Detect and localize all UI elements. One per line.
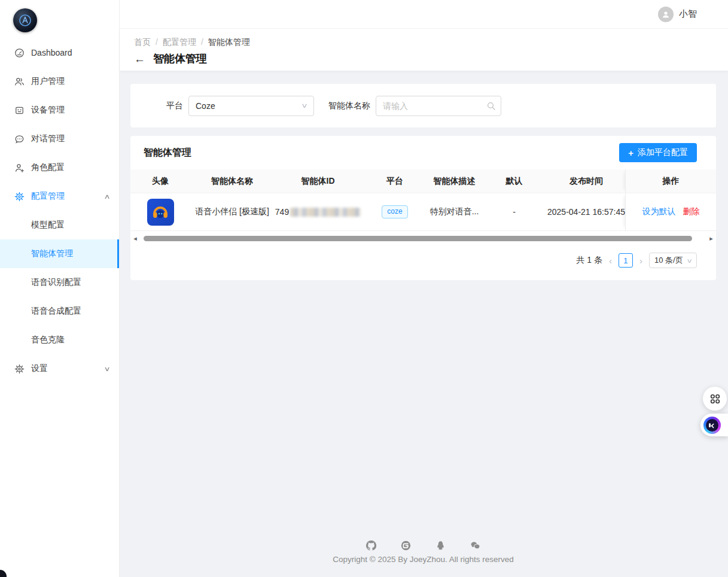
sidebar-subitem-tts-config[interactable]: 语音合成配置 [0, 297, 119, 326]
search-icon[interactable] [486, 101, 496, 111]
agent-name-label: 智能体名称 [328, 101, 370, 111]
user-add-icon [14, 163, 25, 173]
sidebar-item-label: Dashboard [31, 48, 109, 57]
agent-name-input[interactable] [376, 96, 501, 116]
platform-tag: coze [382, 205, 407, 218]
logo-icon [13, 8, 37, 32]
cell-id: 749 [274, 193, 362, 230]
table-card-title: 智能体管理 [144, 147, 191, 159]
platform-select-value: Coze [196, 101, 302, 111]
sidebar-item-user-management[interactable]: 用户管理 [0, 67, 119, 96]
chevron-up-icon: ∧ [103, 193, 110, 201]
column-header-default: 默认 [481, 169, 547, 193]
sidebar-item-config-management[interactable]: 配置管理 ∧ [0, 182, 119, 211]
agent-id-prefix: 749 [275, 207, 289, 217]
horizontal-scrollbar: ◂ ▸ [132, 233, 715, 243]
scroll-left-icon[interactable]: ◂ [132, 235, 139, 242]
delete-link[interactable]: 删除 [683, 206, 700, 217]
column-header-platform: 平台 [362, 169, 428, 193]
sidebar-item-settings[interactable]: 设置 ∨ [0, 354, 119, 383]
redacted-id-blur [290, 208, 361, 217]
apps-grid-icon [710, 394, 720, 404]
user-name[interactable]: 小智 [679, 8, 697, 20]
sidebar-item-label: 设置 [31, 363, 105, 374]
breadcrumb-separator: / [156, 37, 158, 48]
app-logo[interactable] [0, 0, 119, 38]
breadcrumb-config-management[interactable]: 配置管理 [163, 37, 196, 48]
main-area: 小智 首页 / 配置管理 / 智能体管理 ← 智能体管理 平台 Coze ∨ [120, 0, 728, 577]
sidebar-item-label: 配置管理 [31, 191, 105, 202]
breadcrumb-current: 智能体管理 [208, 37, 250, 48]
column-header-published: 发布时间 [547, 169, 625, 193]
qq-icon[interactable] [435, 540, 446, 551]
avatar[interactable] [658, 7, 674, 22]
page-title: 智能体管理 [153, 51, 207, 66]
agent-table-card: 智能体管理 + 添加平台配置 头像 智能体名称 智能体ID 平台 智能体描述 默… [130, 136, 716, 280]
next-page-icon[interactable]: › [638, 256, 644, 266]
copyright-text: Copyright © 2025 By JoeyZhou. All rights… [130, 555, 716, 564]
topbar: 小智 [120, 0, 728, 29]
platform-select[interactable]: Coze ∨ [188, 96, 314, 116]
cell-default: - [481, 193, 547, 230]
sidebar-subitem-label: 音色克隆 [31, 335, 65, 345]
column-header-id: 智能体ID [274, 169, 362, 193]
sidebar-item-role-config[interactable]: 角色配置 [0, 153, 119, 182]
agent-table: 头像 智能体名称 智能体ID 平台 智能体描述 默认 发布时间 操作 [130, 169, 716, 231]
sidebar-item-conversation-management[interactable]: 对话管理 [0, 124, 119, 153]
pagination: 共 1 条 ‹ 1 › 10 条/页 ∨ [130, 243, 716, 271]
page-size-value: 10 条/页 [654, 255, 683, 266]
add-platform-config-button[interactable]: + 添加平台配置 [619, 143, 697, 162]
sidebar-subitem-model-config[interactable]: 模型配置 [0, 211, 119, 239]
content-area: 平台 Coze ∨ 智能体名称 智能体管理 [120, 71, 728, 577]
sidebar-subitem-agent-management[interactable]: 智能体管理 [0, 239, 119, 268]
sidebar-item-label: 设备管理 [31, 105, 109, 116]
wechat-icon[interactable] [470, 540, 480, 551]
current-page-button[interactable]: 1 [619, 253, 633, 268]
column-header-name: 智能体名称 [190, 169, 274, 193]
sidebar-subitem-voice-clone[interactable]: 音色克隆 [0, 326, 119, 354]
github-icon[interactable] [366, 540, 376, 551]
chevron-down-icon: ∨ [686, 257, 693, 264]
scrollbar-thumb[interactable] [144, 236, 692, 241]
cell-name: 语音小伴侣 [极速版] [190, 193, 274, 230]
cell-actions: 设为默认 删除 [625, 193, 716, 230]
table-row: 语音小伴侣 [极速版] 749 coze 特别对语音... - 202 [130, 193, 716, 231]
gitee-icon[interactable] [401, 540, 411, 551]
sidebar-subitem-label: 语音合成配置 [31, 306, 81, 317]
breadcrumb-home[interactable]: 首页 [134, 37, 151, 48]
prev-page-icon[interactable]: ‹ [608, 256, 613, 266]
scroll-right-icon[interactable]: ▸ [708, 235, 715, 242]
chat-assistant-button[interactable] [700, 414, 728, 436]
users-icon [14, 77, 25, 87]
sidebar-subitem-asr-config[interactable]: 语音识别配置 [0, 268, 119, 297]
chevron-down-icon: ∨ [103, 365, 110, 373]
breadcrumb-separator: / [201, 37, 203, 48]
gear-icon [14, 364, 25, 374]
back-arrow-icon[interactable]: ← [134, 53, 145, 65]
breadcrumb: 首页 / 配置管理 / 智能体管理 [120, 29, 728, 48]
cell-description: 特别对语音... [428, 193, 481, 230]
page-header: 首页 / 配置管理 / 智能体管理 ← 智能体管理 [120, 29, 728, 71]
sidebar: Dashboard 用户管理 设备管理 对话管理 角色配置 [0, 0, 120, 577]
sidebar-subitem-label: 模型配置 [31, 220, 65, 230]
pagination-total: 共 1 条 [576, 255, 602, 266]
cell-avatar [130, 193, 190, 230]
column-header-actions: 操作 [625, 169, 716, 193]
page-size-select[interactable]: 10 条/页 ∨ [649, 253, 697, 268]
table-header-row: 头像 智能体名称 智能体ID 平台 智能体描述 默认 发布时间 操作 [130, 169, 716, 193]
dashboard-icon [14, 48, 25, 58]
column-header-avatar: 头像 [130, 169, 190, 193]
robot-icon [703, 417, 721, 434]
apps-grid-button[interactable] [703, 387, 727, 411]
scrollbar-track[interactable] [139, 235, 708, 241]
cell-published-at: 2025-04-21 16:57:45 [547, 193, 625, 230]
sidebar-item-dashboard[interactable]: Dashboard [0, 38, 119, 67]
set-default-link[interactable]: 设为默认 [642, 206, 676, 217]
sidebar-item-label: 对话管理 [31, 133, 109, 144]
sidebar-item-device-management[interactable]: 设备管理 [0, 96, 119, 124]
chevron-down-icon: ∨ [301, 102, 308, 110]
column-header-description: 智能体描述 [428, 169, 481, 193]
plus-icon: + [628, 148, 633, 157]
sidebar-item-label: 角色配置 [31, 162, 109, 173]
chat-icon [14, 134, 25, 144]
